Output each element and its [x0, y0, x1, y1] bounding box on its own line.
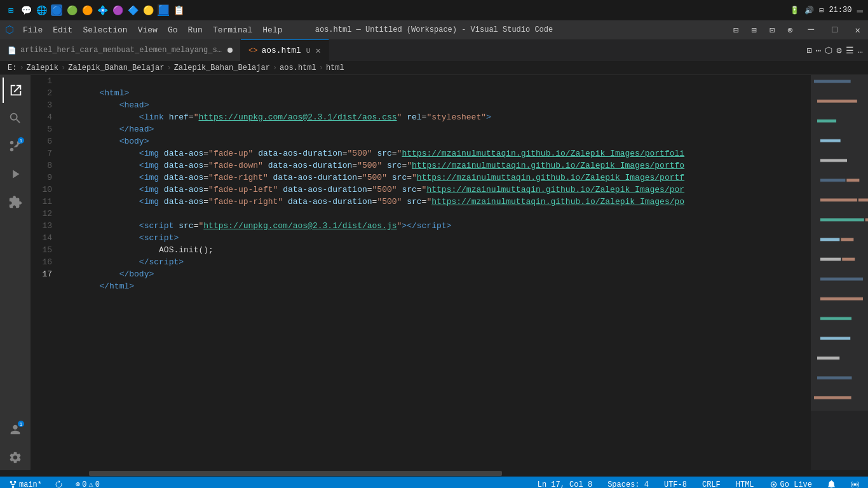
menu-file[interactable]: File — [18, 24, 48, 36]
statusbar-branch[interactable]: main* — [5, 477, 46, 488]
taskbar-show-desktop[interactable]: ▬ — [857, 4, 863, 16]
menu-view[interactable]: View — [133, 24, 163, 36]
taskbar-app-3[interactable]: 🔵 — [51, 4, 62, 16]
tab-aos-icon: <> — [248, 46, 257, 55]
breadcrumb-sep-5: › — [319, 64, 323, 72]
tab-markdown[interactable]: 📄 artikel_heri_cara_membuat_elemen_melay… — [0, 39, 241, 61]
tab-bar: 📄 artikel_heri_cara_membuat_elemen_melay… — [0, 39, 868, 62]
go-live-icon — [770, 480, 778, 488]
vscode-icon: ⬡ — [5, 24, 14, 36]
taskbar-app-1[interactable]: 💬 — [20, 4, 32, 16]
close-button[interactable]: ✕ — [848, 25, 868, 36]
encoding-label: UTF-8 — [664, 480, 687, 489]
line-numbers: 1 2 3 4 5 6 7 8 9 10 11 12 13 14 15 16 1… — [31, 75, 57, 470]
taskbar-network-icon: 🔋 — [790, 6, 799, 15]
statusbar-encoding[interactable]: UTF-8 — [660, 477, 691, 488]
go-live-label: Go Live — [780, 480, 812, 489]
window-title: aos.html — Untitled (Workspace) - Visual… — [315, 25, 553, 34]
horizontal-scrollbar[interactable] — [0, 470, 868, 477]
menu-help[interactable]: Help — [257, 24, 287, 36]
restore-button[interactable]: □ — [824, 25, 844, 35]
warning-icon: ⚠ — [88, 480, 93, 488]
statusbar-go-live[interactable]: Go Live — [766, 477, 816, 488]
taskbar-app-8[interactable]: 🔷 — [127, 4, 139, 16]
statusbar-language[interactable]: HTML — [732, 477, 758, 488]
scrollbar-thumb[interactable] — [89, 471, 502, 476]
source-control-icon[interactable]: ⬡ — [825, 45, 832, 56]
taskbar-vscode[interactable]: 🟦 — [158, 4, 169, 16]
code-content[interactable]: <html> <head> <link href="https://unpkg.… — [57, 75, 811, 470]
code-line-2: <head> — [60, 87, 811, 99]
code-line-6: <img data-aos="fade-up" data-aos-duratio… — [60, 135, 811, 147]
statusbar-errors[interactable]: ⊗ 0 ⚠ 0 — [72, 477, 104, 488]
split-editor-icon[interactable]: ⊡ — [806, 45, 811, 56]
spaces-label: Spaces: 4 — [607, 480, 649, 489]
menu-run[interactable]: Run — [182, 24, 207, 36]
menu-edit[interactable]: Edit — [48, 24, 78, 36]
taskbar-app-2[interactable]: 🌐 — [36, 4, 47, 16]
activity-account[interactable]: 1 — [3, 417, 28, 442]
activity-bar: 1 1 — [0, 75, 31, 470]
menu-selection[interactable]: Selection — [78, 24, 132, 36]
account-badge: 1 — [18, 421, 24, 427]
layout-sidebar-icon[interactable]: ☰ — [846, 45, 854, 56]
language-label: HTML — [736, 480, 754, 489]
source-control-badge: 1 — [18, 137, 24, 144]
layout-icon-4[interactable]: ⊗ — [782, 25, 797, 36]
layout-icon-1[interactable]: ⊟ — [728, 25, 743, 36]
branch-name: main* — [19, 480, 42, 489]
breadcrumb: E: › Zalepik › Zalepik_Bahan_Belajar › Z… — [0, 62, 868, 75]
minimize-button[interactable]: ─ — [801, 24, 822, 36]
more-actions-icon[interactable]: ⋯ — [816, 45, 821, 56]
statusbar-broadcast[interactable] — [847, 477, 863, 488]
code-line-5: <body> — [60, 123, 811, 135]
settings-icon[interactable]: ⚙ — [836, 45, 841, 56]
taskbar-app-5[interactable]: 🟠 — [81, 4, 93, 16]
taskbar-app-6[interactable]: 💠 — [97, 4, 108, 16]
activity-settings[interactable] — [3, 445, 28, 470]
tab-aos-unsaved-marker: U — [305, 47, 312, 55]
title-menu-bar: ⬡ File Edit Selection View Go Run Termin… — [0, 20, 868, 39]
menu-terminal[interactable]: Terminal — [208, 24, 257, 36]
taskbar-app-4[interactable]: 🟢 — [66, 4, 78, 16]
breadcrumb-folder-3[interactable]: Zalepik_Bahan_Belajar — [174, 64, 270, 72]
more-icon[interactable]: … — [858, 45, 863, 55]
tab-aos-close[interactable]: ✕ — [315, 46, 320, 55]
statusbar-spaces[interactable]: Spaces: 4 — [604, 477, 653, 488]
tab-aos-html[interactable]: <> aos.html U ✕ — [241, 39, 329, 61]
statusbar-position[interactable]: Ln 17, Col 8 — [534, 477, 596, 488]
breadcrumb-drive[interactable]: E: — [8, 64, 17, 72]
breadcrumb-folder-2[interactable]: Zalepik_Bahan_Belajar — [68, 64, 164, 72]
breadcrumb-symbol[interactable]: html — [326, 64, 344, 72]
tab-markdown-icon: 📄 — [8, 46, 17, 55]
breadcrumb-file[interactable]: aos.html — [280, 64, 316, 72]
layout-icon-3[interactable]: ⊡ — [764, 25, 780, 36]
code-editor[interactable]: 1 2 3 4 5 6 7 8 9 10 11 12 13 14 15 16 1… — [31, 75, 868, 470]
layout-icon-2[interactable]: ⊞ — [746, 25, 761, 36]
activity-extensions[interactable] — [3, 189, 28, 215]
svg-point-1 — [772, 484, 774, 485]
activity-explorer[interactable] — [3, 78, 28, 103]
code-line-17: </html> — [60, 268, 811, 280]
activity-search[interactable] — [3, 105, 28, 131]
taskbar-volume-icon: 🔊 — [804, 6, 814, 15]
activity-source-control[interactable]: 1 — [3, 133, 28, 159]
statusbar-notifications[interactable] — [824, 477, 839, 488]
sync-icon — [55, 480, 63, 488]
tab-markdown-unsaved — [227, 48, 233, 53]
taskbar: ⊞ 💬 🌐 🔵 🟢 🟠 💠 🟣 🔷 🟡 🟦 📋 🔋 🔊 ⊟ 21:30 ▬ — [0, 0, 868, 20]
statusbar-sync[interactable] — [51, 477, 67, 488]
menu-go[interactable]: Go — [163, 24, 183, 36]
taskbar-app-10[interactable]: 📋 — [173, 4, 184, 16]
warning-count: 0 — [95, 480, 100, 489]
activity-run-debug[interactable] — [3, 161, 28, 187]
breadcrumb-sep-1: › — [19, 64, 24, 72]
statusbar-line-ending[interactable]: CRLF — [698, 477, 724, 488]
minimap[interactable] — [811, 75, 868, 470]
taskbar-app-7[interactable]: 🟣 — [112, 4, 123, 16]
breadcrumb-folder-1[interactable]: Zalepik — [27, 64, 58, 72]
taskbar-app-9[interactable]: 🟡 — [142, 4, 154, 16]
tab-empty-area — [329, 39, 801, 61]
windows-icon[interactable]: ⊞ — [5, 4, 17, 16]
code-line-1: <html> — [60, 75, 811, 87]
